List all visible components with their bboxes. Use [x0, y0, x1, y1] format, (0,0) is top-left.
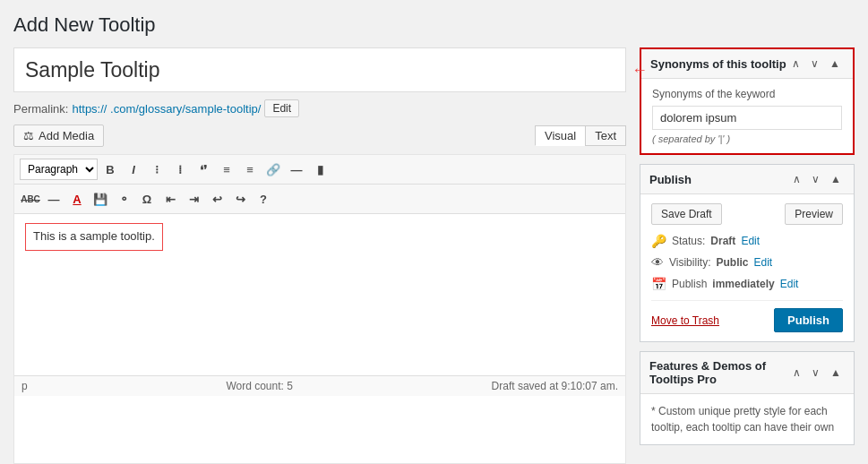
status-edit-link[interactable]: Edit — [741, 235, 760, 247]
dash-button[interactable]: — — [43, 188, 64, 210]
title-input[interactable] — [13, 47, 626, 92]
features-panel: Features & Demos of Tooltips Pro ∧ ∨ ▲ *… — [640, 351, 855, 445]
redo-button[interactable]: ↪ — [229, 188, 251, 210]
special-chars-button[interactable]: Ω — [136, 188, 158, 210]
editor-toolbar-2: ABC — A 💾 ⚬ Ω ⇤ ⇥ ↩ ↪ ? — [14, 185, 625, 214]
synonyms-input[interactable] — [652, 106, 842, 130]
right-col: Synonyms of this tooltip ∧ ∨ ▲ Synonyms … — [640, 47, 855, 464]
features-collapse-up-button[interactable]: ∧ — [789, 365, 804, 380]
publish-panel-controls: ∧ ∨ ▲ — [789, 172, 845, 186]
save-draft-button[interactable]: Save Draft — [651, 203, 722, 225]
publish-row-btns: Save Draft Preview — [651, 203, 843, 225]
features-collapse-down-button[interactable]: ∨ — [808, 365, 823, 380]
features-panel-header: Features & Demos of Tooltips Pro ∧ ∨ ▲ — [640, 352, 854, 394]
horizontal-rule-button[interactable]: — — [286, 159, 307, 180]
status-label: Status: — [672, 235, 705, 247]
indent-button[interactable]: ⇥ — [183, 188, 204, 210]
toolbar-row: ⚖ Add Media Visual Text — [13, 125, 626, 147]
synonyms-toggle-button[interactable]: ▲ — [826, 56, 844, 71]
synonyms-keyword-label: Synonyms of the keyword — [652, 88, 842, 100]
outdent-button[interactable]: ⇤ — [159, 188, 181, 210]
arrow-right-icon: ← — [632, 61, 648, 80]
permalink-label: Permalink: — [13, 102, 68, 116]
word-count: Word count: 5 — [226, 380, 293, 392]
visual-text-tabs: Visual Text — [535, 125, 626, 146]
features-panel-title: Features & Demos of Tooltips Pro — [649, 359, 789, 386]
unordered-list-button[interactable]: ⁝ — [146, 159, 168, 180]
text-color-button[interactable]: A — [66, 188, 88, 210]
editor-container: Paragraph B I ⁝ ⁞ ❛❜ ≡ ≡ 🔗 — ▮ ABC — A — [13, 154, 626, 464]
preview-button[interactable]: Preview — [785, 203, 843, 225]
publish-button[interactable]: Publish — [774, 308, 843, 332]
publish-collapse-up-button[interactable]: ∧ — [789, 172, 804, 186]
publish-toggle-button[interactable]: ▲ — [827, 172, 845, 186]
undo-button[interactable]: ↩ — [206, 188, 228, 210]
calendar-icon: 📅 — [651, 277, 666, 291]
left-col: ← Permalink: https:// .com/glossary/samp… — [13, 47, 626, 464]
page-title: Add New Tooltip — [13, 13, 855, 37]
draft-saved: Draft saved at 9:10:07 am. — [492, 380, 618, 392]
publish-panel-body: Save Draft Preview 🔑 Status: Draft Edit … — [640, 194, 854, 341]
help-button[interactable]: ? — [253, 188, 274, 210]
synonyms-panel-header: Synonyms of this tooltip ∧ ∨ ▲ — [641, 49, 853, 79]
synonyms-hint: ( separated by '|' ) — [652, 133, 842, 144]
blockquote-button[interactable]: ❛❜ — [193, 159, 214, 180]
permalink-url[interactable]: https:// .com/glossary/sample-tooltip/ — [72, 102, 261, 116]
fullscreen-button[interactable]: ▮ — [309, 159, 331, 180]
status-value: Draft — [710, 235, 735, 247]
italic-button[interactable]: I — [123, 159, 144, 180]
publish-panel: Publish ∧ ∨ ▲ Save Draft Preview 🔑 — [640, 164, 855, 342]
synonyms-collapse-down-button[interactable]: ∨ — [807, 56, 822, 71]
synonyms-collapse-up-button[interactable]: ∧ — [788, 56, 804, 71]
publish-time-value: immediately — [712, 278, 774, 290]
link-button[interactable]: 🔗 — [262, 159, 284, 180]
features-toggle-button[interactable]: ▲ — [827, 365, 845, 380]
main-layout: ← Permalink: https:// .com/glossary/samp… — [13, 47, 855, 464]
sample-text: This is a sample tooltip. — [25, 223, 163, 251]
ordered-list-button[interactable]: ⁞ — [169, 159, 191, 180]
strikethrough-button[interactable]: ABC — [20, 188, 41, 210]
visibility-label: Visibility: — [669, 256, 710, 269]
permalink-bar: Permalink: https:// .com/glossary/sample… — [13, 99, 626, 117]
features-panel-body: * Custom unique pretty style for each to… — [640, 394, 854, 444]
add-media-label: Add Media — [39, 129, 94, 142]
features-content: * Custom unique pretty style for each to… — [651, 405, 834, 434]
key-icon: 🔑 — [651, 234, 666, 248]
publish-meta: 🔑 Status: Draft Edit 👁 Visibility: Publi… — [651, 234, 843, 291]
tab-text[interactable]: Text — [585, 125, 626, 146]
publish-collapse-down-button[interactable]: ∨ — [808, 172, 823, 186]
editor-tag: p — [21, 380, 28, 392]
add-media-button[interactable]: ⚖ Add Media — [13, 125, 104, 147]
publish-time-label: Publish — [672, 278, 707, 290]
editor-toolbar-1: Paragraph B I ⁝ ⁞ ❛❜ ≡ ≡ 🔗 — ▮ — [14, 155, 625, 185]
synonyms-panel-title: Synonyms of this tooltip — [650, 57, 786, 71]
align-center-button[interactable]: ≡ — [239, 159, 261, 180]
publish-panel-title: Publish — [649, 173, 692, 186]
publish-time-edit-link[interactable]: Edit — [780, 278, 799, 290]
status-row: 🔑 Status: Draft Edit — [651, 234, 843, 248]
editor-content[interactable]: This is a sample tooltip. — [14, 214, 625, 375]
tab-visual[interactable]: Visual — [535, 125, 585, 146]
synonyms-panel: Synonyms of this tooltip ∧ ∨ ▲ Synonyms … — [640, 47, 855, 155]
synonyms-panel-controls: ∧ ∨ ▲ — [788, 56, 844, 71]
title-row: ← — [13, 47, 626, 92]
save-button[interactable]: 💾 — [90, 188, 111, 210]
align-left-button[interactable]: ≡ — [216, 159, 237, 180]
eye-icon: 👁 — [651, 255, 664, 270]
features-panel-controls: ∧ ∨ ▲ — [789, 365, 845, 380]
bold-button[interactable]: B — [99, 159, 121, 180]
visibility-edit-link[interactable]: Edit — [753, 256, 772, 269]
add-media-icon: ⚖ — [23, 129, 34, 142]
page-wrapper: Add New Tooltip ← Permalink: https:// .c… — [0, 0, 868, 464]
move-to-trash-button[interactable]: Move to Trash — [651, 314, 719, 327]
editor-footer: p Word count: 5 Draft saved at 9:10:07 a… — [14, 375, 625, 396]
paragraph-select[interactable]: Paragraph — [20, 159, 98, 180]
publish-time-row: 📅 Publish immediately Edit — [651, 277, 843, 291]
visibility-row: 👁 Visibility: Public Edit — [651, 255, 843, 270]
clear-format-button[interactable]: ⚬ — [113, 188, 134, 210]
publish-panel-header: Publish ∧ ∨ ▲ — [640, 165, 854, 194]
visibility-value: Public — [716, 256, 748, 269]
permalink-edit-button[interactable]: Edit — [264, 99, 299, 117]
publish-actions: Move to Trash Publish — [651, 300, 843, 332]
synonyms-panel-body: Synonyms of the keyword ( separated by '… — [641, 79, 853, 153]
